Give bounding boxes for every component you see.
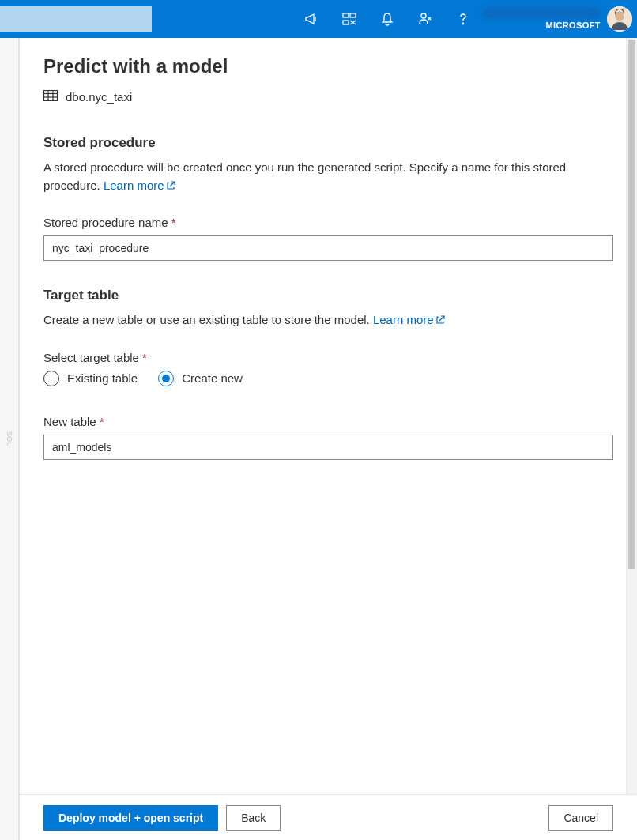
directory-icon[interactable] bbox=[330, 0, 368, 38]
new-table-input[interactable] bbox=[43, 435, 613, 460]
deploy-button[interactable]: Deploy model + open script bbox=[43, 805, 218, 831]
svg-point-4 bbox=[462, 23, 463, 24]
page-title: Predict with a model bbox=[43, 55, 613, 77]
stored-procedure-learn-more-link[interactable]: Learn more bbox=[104, 179, 175, 192]
help-icon[interactable] bbox=[444, 0, 482, 38]
svg-rect-1 bbox=[350, 13, 356, 17]
radio-existing-table[interactable]: Existing table bbox=[43, 371, 138, 386]
radio-checked-icon bbox=[158, 371, 174, 386]
stored-procedure-heading: Stored procedure bbox=[43, 135, 613, 151]
avatar[interactable] bbox=[607, 6, 632, 32]
org-label: MICROSOFT bbox=[545, 21, 601, 30]
user-email-redacted bbox=[482, 8, 601, 19]
vertical-scrollbar[interactable] bbox=[626, 38, 637, 794]
feedback-icon[interactable] bbox=[406, 0, 444, 38]
target-table-desc: Create a new table or use an existing ta… bbox=[43, 311, 613, 330]
select-target-table-label: Select target table * bbox=[43, 351, 613, 364]
context-table-name: dbo.nyc_taxi bbox=[66, 90, 132, 104]
radio-unchecked-icon bbox=[43, 371, 59, 386]
svg-rect-7 bbox=[44, 91, 58, 101]
new-table-label: New table * bbox=[43, 415, 613, 428]
notifications-icon[interactable] bbox=[368, 0, 406, 38]
scrollbar-thumb[interactable] bbox=[628, 40, 635, 569]
top-navigation-bar: MICROSOFT bbox=[0, 0, 637, 38]
target-table-heading: Target table bbox=[43, 288, 613, 303]
predict-panel: Predict with a model dbo.nyc_taxi Stored… bbox=[19, 38, 637, 840]
stored-procedure-desc: A stored procedure will be created once … bbox=[43, 159, 613, 195]
stored-procedure-name-input[interactable] bbox=[43, 235, 613, 261]
radio-create-new[interactable]: Create new bbox=[158, 371, 243, 386]
external-link-icon bbox=[166, 179, 175, 193]
megaphone-icon[interactable] bbox=[292, 0, 330, 38]
left-dock-strip: SOL bbox=[0, 38, 19, 840]
table-icon bbox=[43, 90, 58, 104]
back-button[interactable]: Back bbox=[226, 805, 281, 831]
svg-point-3 bbox=[421, 13, 426, 18]
stored-procedure-name-label: Stored procedure name * bbox=[43, 216, 613, 229]
external-link-icon bbox=[435, 314, 445, 327]
panel-footer: Deploy model + open script Back Cancel bbox=[20, 794, 637, 840]
cancel-button[interactable]: Cancel bbox=[548, 805, 613, 831]
svg-rect-2 bbox=[343, 21, 349, 24]
search-input-area[interactable] bbox=[0, 6, 152, 32]
target-table-learn-more-link[interactable]: Learn more bbox=[373, 313, 445, 326]
radio-existing-label: Existing table bbox=[67, 371, 138, 385]
svg-rect-0 bbox=[343, 13, 349, 17]
radio-create-label: Create new bbox=[182, 371, 243, 385]
context-table-row: dbo.nyc_taxi bbox=[43, 90, 613, 104]
svg-point-6 bbox=[615, 11, 624, 21]
